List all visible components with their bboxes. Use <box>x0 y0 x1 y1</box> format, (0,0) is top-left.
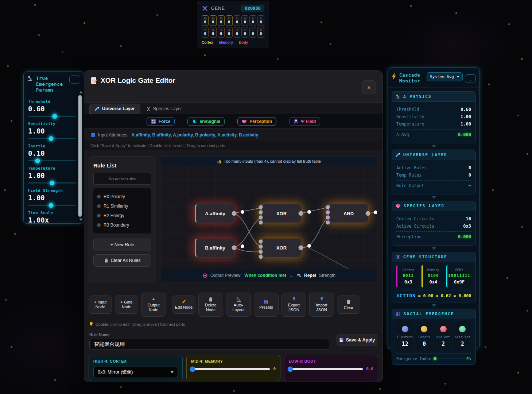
param-inertia: Inertia 0.10 <box>28 144 76 161</box>
gene-bit[interactable]: 20 <box>241 27 248 38</box>
gene-bit[interactable]: 90 <box>249 15 256 26</box>
clear-all-rules-button[interactable]: Clear All Rules <box>93 254 151 267</box>
divider <box>396 290 471 290</box>
gene-bit[interactable]: 100 <box>241 15 248 26</box>
memory-slider-thumb[interactable] <box>190 366 195 372</box>
pipeline-stage-force[interactable]: Force <box>147 117 175 126</box>
comet-icon <box>396 152 400 157</box>
gene-bit[interactable]: 40 <box>226 27 233 38</box>
action-value: = 0.00 × 0.62 = 0.000 <box>418 293 471 298</box>
node-b-affinity[interactable]: B.affinity <box>195 239 234 257</box>
editor-header: XOR Logic Gate Editor × <box>84 71 383 103</box>
field-strength-slider[interactable] <box>28 205 76 206</box>
params-scrollbar[interactable] <box>78 91 83 221</box>
param-time-scale: Time Scale 1.00x <box>28 210 76 224</box>
memory-slider[interactable] <box>191 368 270 370</box>
gene-segment-memory: Memory 0100 0x4 <box>422 265 444 287</box>
gene-bit[interactable]: 10 <box>249 27 256 38</box>
node-xor-bottom[interactable]: XOR <box>261 239 301 257</box>
gene-bit[interactable]: 130 <box>218 15 225 26</box>
import-json-button[interactable]: Import JSON <box>309 293 334 317</box>
gene-panel: GENE 0x0000 150 140 130 120 110 100 90 8… <box>197 1 269 48</box>
edit-node-button[interactable]: Edit Node <box>172 296 195 314</box>
node-a-affinity[interactable]: A.affinity <box>195 204 234 223</box>
gene-bit[interactable]: 00 <box>257 27 264 38</box>
gene-bit[interactable]: 30 <box>234 27 241 38</box>
system-avg-select[interactable]: System Avg <box>427 72 463 81</box>
gene-bit[interactable]: 80 <box>257 15 264 26</box>
rule-status-dot <box>97 204 101 208</box>
force-icon <box>151 119 156 124</box>
add-gate-node-button[interactable]: + Gate Node <box>115 296 138 314</box>
legend-cortex: Cortex <box>202 40 213 45</box>
monitor-minimize-button[interactable]: _ <box>465 74 476 82</box>
presets-button[interactable]: Presets <box>254 293 279 317</box>
species-layer-section: SPECIES LAYER Cortex Circuits16 Active C… <box>392 201 476 246</box>
node-and[interactable]: AND <box>328 204 368 223</box>
lightning-icon <box>392 73 396 80</box>
arrow-icon: → <box>280 119 285 124</box>
temperature-slider[interactable] <box>28 182 76 184</box>
no-active-rules-box: No active rules <box>93 173 151 185</box>
rule-name-label: Rule Name: <box>89 332 377 337</box>
editor-toolbar: + Input Node + Gate Node + Output Node E… <box>84 287 383 319</box>
auto-layout-button[interactable]: Auto-Layout <box>226 293 251 317</box>
stat-violent: Violent 2 <box>435 322 452 351</box>
node-xor-top[interactable]: XOR <box>261 204 301 223</box>
add-input-node-button[interactable]: + Input Node <box>89 296 112 314</box>
xor-logic-gate-editor: XOR Logic Gate Editor × Universe Layer S… <box>84 70 383 382</box>
editor-hint-top: Click "Save & Apply" to activate | Doubl… <box>84 141 383 150</box>
body-slider-thumb[interactable] <box>288 366 293 372</box>
params-minimize-button[interactable]: _ <box>69 76 80 84</box>
universe-layer-title: UNIVERSE LAYER <box>403 152 447 157</box>
scroll-up-icon[interactable] <box>79 91 83 93</box>
trash-icon <box>104 258 108 263</box>
gene-structure-title: GENE STRUCTURE <box>403 255 447 259</box>
pipeline-stage-perception[interactable]: Perception <box>237 117 276 126</box>
floppy-icon <box>339 338 343 342</box>
gene-bit[interactable]: 150 <box>202 15 209 26</box>
rule-item-r0[interactable]: R0 Polarity <box>97 192 148 201</box>
gene-bit[interactable]: 140 <box>210 15 217 26</box>
inertia-slider[interactable] <box>28 160 76 161</box>
save-apply-button[interactable]: Save & Apply <box>337 335 377 345</box>
altruist-dot-icon <box>459 326 466 332</box>
wind-icon <box>296 274 301 277</box>
gene-bit[interactable]: 70 <box>202 27 209 38</box>
bar-chart-icon <box>217 159 221 163</box>
scrollbar-thumb[interactable] <box>78 95 82 217</box>
tab-species-layer[interactable]: Species Layer <box>141 104 187 114</box>
rule-item-r1[interactable]: R1 Similarity <box>97 201 148 211</box>
gene-bit[interactable]: 120 <box>226 15 233 26</box>
scroll-down-icon[interactable] <box>79 219 83 221</box>
rule-name-input[interactable] <box>89 339 329 350</box>
node-graph-canvas[interactable]: Too many inputs (max 4), cannot display … <box>161 156 377 282</box>
sensitivity-slider[interactable] <box>28 138 76 139</box>
gene-bit[interactable]: 110 <box>234 15 241 26</box>
rule-item-r2[interactable]: R2 Energy <box>97 211 148 220</box>
clear-button[interactable]: Clear <box>337 296 360 314</box>
close-icon[interactable]: × <box>362 80 376 94</box>
threshold-slider[interactable] <box>28 116 76 117</box>
chevron-down-icon <box>171 371 174 373</box>
add-output-node-button[interactable]: + Output Node <box>141 293 166 317</box>
cortex-select[interactable]: 0x0: Mirror (镜像) <box>93 367 178 378</box>
export-json-button[interactable]: Export JSON <box>281 293 306 317</box>
rule-name-section: Rule Name: Save & Apply <box>84 327 383 350</box>
delete-node-button[interactable]: Delete Node <box>198 293 223 317</box>
physics-section: Δ PHYSICS Threshold0.60 Sensitivity1.00 … <box>392 91 476 143</box>
gene-bit[interactable]: 50 <box>218 27 225 38</box>
body-slider[interactable] <box>289 368 363 370</box>
legend-body: Body <box>239 40 248 45</box>
memo-icon <box>91 77 97 84</box>
gene-control-cards: HIGH-4: CORTEX 0x0: Mirror (镜像) MID-4: M… <box>84 350 383 381</box>
gene-bit[interactable]: 60 <box>210 27 217 38</box>
pipeline-stage-envsignal[interactable]: envSignal <box>187 117 225 126</box>
rule-item-r3[interactable]: R3 Boundary <box>97 220 148 230</box>
emergence-index-bar <box>434 358 464 359</box>
action-label: ACTION <box>396 293 416 298</box>
pipeline-stage-field[interactable]: Ψ Field <box>289 117 320 126</box>
section-separator <box>432 304 436 307</box>
new-rule-button[interactable]: + New Rule <box>93 239 151 251</box>
tab-universe-layer[interactable]: Universe Layer <box>89 104 140 114</box>
